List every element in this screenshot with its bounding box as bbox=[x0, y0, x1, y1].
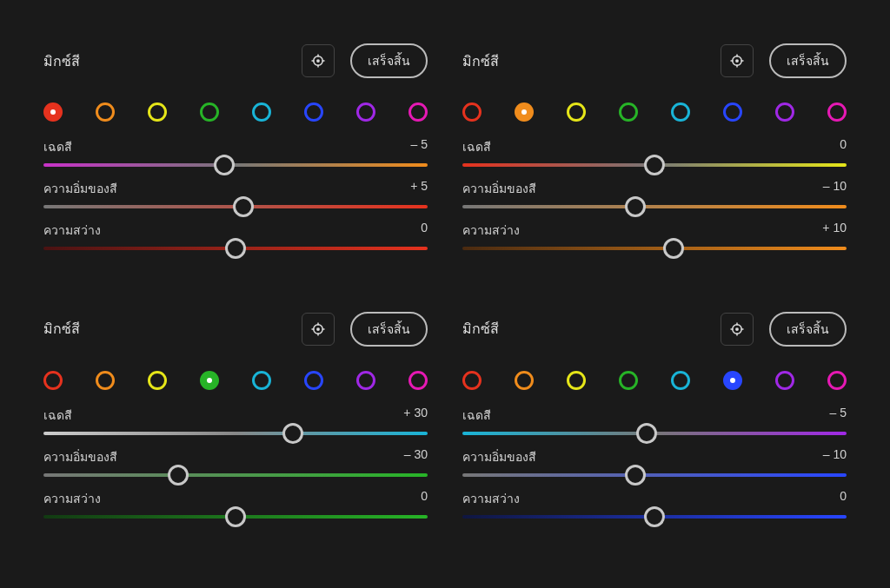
slider-thumb[interactable] bbox=[636, 423, 657, 444]
slider-thumb[interactable] bbox=[168, 465, 189, 486]
color-swatch-row bbox=[462, 102, 847, 122]
slider-label-row: ความสว่าง0 bbox=[43, 489, 428, 508]
slider-thumb[interactable] bbox=[663, 238, 684, 259]
slider-track-lum[interactable] bbox=[43, 247, 428, 250]
slider-label-row: ความอิ่มของสี+ 5 bbox=[43, 179, 428, 198]
slider-value[interactable]: 0 bbox=[421, 221, 428, 240]
slider-track-hue[interactable] bbox=[462, 163, 847, 167]
color-swatch[interactable] bbox=[148, 371, 167, 390]
slider-row-lum: ความสว่าง0 bbox=[43, 489, 428, 519]
color-swatch[interactable] bbox=[775, 371, 794, 390]
slider-row-hue: เฉดสี0 bbox=[462, 137, 847, 167]
slider-value[interactable]: + 10 bbox=[822, 221, 847, 240]
color-swatch[interactable] bbox=[827, 371, 847, 390]
slider-thumb[interactable] bbox=[644, 155, 665, 175]
done-button[interactable]: เสร็จสิ้น bbox=[769, 43, 847, 78]
svg-point-5 bbox=[317, 60, 319, 62]
slider-thumb[interactable] bbox=[625, 196, 646, 217]
color-swatch[interactable] bbox=[304, 371, 323, 390]
color-swatch[interactable] bbox=[775, 102, 794, 122]
slider-thumb[interactable] bbox=[282, 423, 303, 444]
slider-thumb[interactable] bbox=[214, 155, 235, 175]
slider-label: เฉดสี bbox=[462, 406, 491, 425]
color-swatch[interactable] bbox=[619, 102, 638, 122]
color-swatch[interactable] bbox=[619, 371, 638, 390]
color-swatch[interactable] bbox=[96, 371, 115, 390]
slider-value[interactable]: 0 bbox=[421, 489, 428, 508]
slider-thumb[interactable] bbox=[233, 196, 254, 217]
color-swatch[interactable] bbox=[462, 371, 482, 390]
slider-value[interactable]: + 5 bbox=[410, 179, 428, 198]
slider-track-lum[interactable] bbox=[462, 247, 847, 250]
slider-track-hue[interactable] bbox=[462, 432, 847, 435]
slider-track-hue[interactable] bbox=[43, 163, 428, 167]
color-swatch[interactable] bbox=[723, 102, 742, 122]
slider-value[interactable]: 0 bbox=[840, 489, 847, 508]
color-swatch[interactable] bbox=[200, 371, 219, 390]
color-swatch[interactable] bbox=[671, 102, 690, 122]
slider-label: เฉดสี bbox=[462, 137, 491, 156]
panel-title: มิกซ์สี bbox=[462, 50, 499, 72]
slider-row-lum: ความสว่าง+ 10 bbox=[462, 221, 847, 250]
slider-label: ความอิ่มของสี bbox=[43, 179, 117, 198]
color-swatch[interactable] bbox=[96, 102, 115, 122]
slider-track-sat[interactable] bbox=[43, 473, 428, 477]
done-button[interactable]: เสร็จสิ้น bbox=[350, 312, 428, 347]
target-icon bbox=[310, 53, 326, 69]
color-swatch[interactable] bbox=[671, 371, 690, 390]
slider-label: ความอิ่มของสี bbox=[43, 447, 117, 466]
color-swatch[interactable] bbox=[567, 102, 586, 122]
color-swatch[interactable] bbox=[43, 371, 63, 390]
color-swatch[interactable] bbox=[567, 371, 586, 390]
targeted-adjustment-button[interactable] bbox=[302, 44, 335, 77]
slider-value[interactable]: – 10 bbox=[823, 447, 847, 466]
color-swatch-row bbox=[462, 371, 847, 390]
color-swatch[interactable] bbox=[723, 371, 742, 390]
targeted-adjustment-button[interactable] bbox=[721, 313, 754, 346]
target-icon bbox=[729, 53, 745, 69]
color-mixer-panel: มิกซ์สีเสร็จสิ้นเฉดสี+ 30ความอิ่มของสี– … bbox=[26, 294, 445, 563]
slider-thumb[interactable] bbox=[225, 238, 246, 259]
slider-label-row: ความอิ่มของสี– 10 bbox=[462, 447, 847, 466]
slider-value[interactable]: – 30 bbox=[404, 447, 428, 466]
slider-value[interactable]: 0 bbox=[840, 137, 847, 156]
color-swatch[interactable] bbox=[200, 102, 219, 122]
slider-track-hue[interactable] bbox=[43, 432, 428, 435]
done-button[interactable]: เสร็จสิ้น bbox=[769, 312, 847, 347]
slider-thumb[interactable] bbox=[625, 465, 646, 486]
slider-track-lum[interactable] bbox=[462, 515, 847, 519]
slider-label: ความอิ่มของสี bbox=[462, 447, 536, 466]
slider-row-hue: เฉดสี– 5 bbox=[43, 137, 428, 167]
slider-track-sat[interactable] bbox=[462, 473, 847, 477]
targeted-adjustment-button[interactable] bbox=[302, 313, 335, 346]
targeted-adjustment-button[interactable] bbox=[721, 44, 754, 77]
color-swatch[interactable] bbox=[148, 102, 167, 122]
panel-header: มิกซ์สีเสร็จสิ้น bbox=[43, 312, 428, 347]
slider-value[interactable]: – 5 bbox=[830, 406, 847, 425]
slider-thumb[interactable] bbox=[225, 506, 246, 527]
color-swatch[interactable] bbox=[43, 102, 63, 122]
svg-point-11 bbox=[736, 60, 738, 62]
color-swatch-row bbox=[43, 371, 428, 390]
panel-header: มิกซ์สีเสร็จสิ้น bbox=[43, 43, 428, 78]
header-right: เสร็จสิ้น bbox=[721, 312, 847, 347]
color-swatch[interactable] bbox=[356, 102, 375, 122]
color-swatch[interactable] bbox=[827, 102, 847, 122]
color-swatch[interactable] bbox=[408, 102, 428, 122]
slider-value[interactable]: – 5 bbox=[411, 137, 428, 156]
color-swatch[interactable] bbox=[408, 371, 428, 390]
color-swatch[interactable] bbox=[515, 371, 534, 390]
color-swatch[interactable] bbox=[304, 102, 323, 122]
slider-track-sat[interactable] bbox=[43, 205, 428, 208]
slider-value[interactable]: + 30 bbox=[403, 406, 428, 425]
slider-value[interactable]: – 10 bbox=[823, 179, 847, 198]
slider-track-sat[interactable] bbox=[462, 205, 847, 208]
slider-track-lum[interactable] bbox=[43, 515, 428, 519]
slider-thumb[interactable] bbox=[644, 506, 665, 527]
color-swatch[interactable] bbox=[252, 371, 271, 390]
done-button[interactable]: เสร็จสิ้น bbox=[350, 43, 428, 78]
color-swatch[interactable] bbox=[356, 371, 375, 390]
color-swatch[interactable] bbox=[515, 102, 534, 122]
color-swatch[interactable] bbox=[252, 102, 271, 122]
color-swatch[interactable] bbox=[462, 102, 482, 122]
